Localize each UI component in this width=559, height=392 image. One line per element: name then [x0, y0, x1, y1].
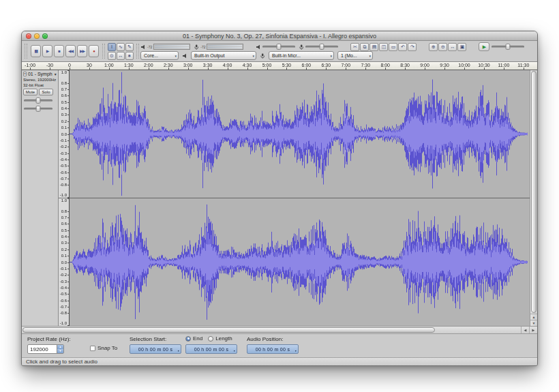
selection-start-label: Selection Start: — [130, 336, 166, 342]
zoom-button[interactable] — [42, 33, 48, 39]
radio-end-option[interactable]: End — [185, 335, 202, 342]
radio-end[interactable] — [185, 336, 191, 342]
scroll-right-button[interactable]: ▶ — [529, 327, 537, 333]
draw-tool-button[interactable]: ✎ — [125, 43, 134, 51]
input-volume-slider[interactable] — [299, 44, 338, 50]
audio-position-field[interactable]: 00 h 00 m 00 s ▾ — [247, 344, 299, 354]
project-rate-select[interactable]: 192000 ▲ ▼ — [27, 344, 64, 354]
output-device-select[interactable]: Built-in Output▾ — [191, 51, 256, 60]
amplitude-label: 0.0 — [61, 260, 67, 265]
envelope-tool-button[interactable]: ∿ — [117, 43, 125, 51]
track-menu-arrow-icon[interactable]: ▼ — [54, 72, 57, 76]
selection-tool-button[interactable]: I — [108, 43, 116, 51]
amplitude-label: -0.4 — [60, 157, 67, 162]
microphone-icon — [260, 53, 265, 59]
fit-project-button[interactable]: ▣ — [457, 43, 466, 51]
stop-button[interactable]: ■ — [54, 45, 64, 57]
track-name[interactable]: 01 - Symph — [28, 72, 52, 76]
amplitude-tick — [67, 211, 69, 212]
title-bar[interactable]: 01 - Symphony No. 3, Op. 27, Sinfonia Es… — [22, 31, 537, 41]
vertical-scrollbar[interactable]: ▲ ▼ — [530, 70, 537, 326]
fit-selection-button[interactable]: ↔ — [448, 43, 457, 51]
waveform-channel-right[interactable] — [70, 198, 530, 326]
track-area: × 01 - Symph ▼ Stereo, 192000Hz 32-bit F… — [22, 70, 537, 326]
scroll-left-button[interactable]: ◀ — [521, 327, 529, 333]
radio-length[interactable] — [208, 336, 213, 342]
recording-meter[interactable]: -72 — [194, 44, 243, 50]
toolbar-grip[interactable] — [102, 44, 105, 59]
playback-speed-slider[interactable] — [492, 44, 524, 50]
paste-button[interactable]: ▤ — [369, 43, 378, 51]
rate-stepper[interactable]: ▲ ▼ — [57, 345, 63, 353]
copy-button[interactable]: ⧉ — [360, 43, 369, 51]
play-at-speed-button[interactable]: ▶ — [479, 42, 489, 51]
toolbar-grip[interactable] — [25, 44, 27, 59]
microphone-icon — [299, 44, 304, 50]
scroll-down-button[interactable]: ▼ — [530, 320, 537, 326]
speaker-icon — [182, 53, 187, 59]
track-control-panel[interactable]: × 01 - Symph ▼ Stereo, 192000Hz 32-bit F… — [22, 70, 59, 326]
snap-to-checkbox[interactable] — [90, 346, 95, 351]
redo-button[interactable]: ↷ — [408, 43, 417, 51]
timeline-tick — [109, 67, 110, 70]
silence-audio-button[interactable]: ▭ — [389, 43, 397, 51]
input-device-select[interactable]: Built-in Micr...▾ — [269, 51, 334, 60]
gain-slider[interactable] — [23, 97, 53, 104]
skip-to-end-button[interactable]: ▶▶ — [77, 45, 87, 57]
amplitude-tick — [67, 160, 69, 160]
mute-button[interactable]: Mute — [23, 89, 37, 95]
vertical-scroll-thumb[interactable] — [531, 71, 537, 313]
slider-thumb[interactable] — [506, 44, 511, 50]
pause-button[interactable]: ▮▮ — [31, 45, 41, 57]
selection-start-field[interactable]: 00 h 00 m 00 s ▾ — [130, 344, 181, 354]
timeline-tick — [247, 67, 248, 70]
skip-to-start-button[interactable]: ◀◀ — [65, 45, 76, 57]
amplitude-label: -0.8 — [60, 183, 67, 187]
multi-tool-button[interactable]: ∗ — [125, 52, 134, 60]
cut-button[interactable]: ✂ — [350, 43, 359, 51]
zoom-out-button[interactable]: ⊖ — [438, 43, 447, 51]
scroll-up-button[interactable]: ▲ — [530, 314, 537, 320]
waveform-display[interactable] — [70, 70, 530, 326]
slider-thumb[interactable] — [36, 106, 41, 112]
output-volume-slider[interactable] — [256, 44, 295, 50]
snap-to-control[interactable]: Snap To — [90, 345, 117, 351]
play-button[interactable]: ▶ — [42, 45, 52, 57]
record-button[interactable]: ● — [89, 45, 99, 57]
timeline-tick — [346, 67, 346, 70]
amplitude-tick — [67, 262, 69, 263]
toolbar-row-top: -72 -72 — [140, 42, 536, 51]
minimize-button[interactable] — [34, 33, 40, 39]
close-button[interactable] — [26, 33, 31, 39]
slider-thumb[interactable] — [277, 44, 282, 50]
amplitude-label: 0.8 — [61, 209, 67, 213]
stepper-down-icon[interactable]: ▼ — [57, 349, 63, 353]
input-channels-select[interactable]: 1 (Mo...▾ — [337, 51, 373, 60]
audio-position-label: Audio Position: — [247, 336, 283, 342]
slider-thumb[interactable] — [36, 97, 41, 104]
tools-toolbar: I∿✎⊙↔∗ — [106, 42, 135, 61]
toolbar-grip[interactable] — [136, 44, 139, 59]
zoom-tool-button[interactable]: ⊙ — [108, 52, 116, 60]
horizontal-scrollbar[interactable]: ◀ ▶ — [22, 326, 537, 333]
playback-meter[interactable]: -72 — [140, 44, 190, 50]
track-close-button[interactable]: × — [23, 72, 27, 76]
pan-slider[interactable] — [23, 105, 53, 112]
amplitude-label: -0.3 — [60, 280, 67, 284]
audio-host-select[interactable]: Core...▾ — [140, 51, 179, 60]
waveform-channel-left[interactable] — [70, 70, 530, 198]
zoom-in-button[interactable]: ⊕ — [429, 43, 438, 51]
amplitude-tick — [67, 301, 69, 301]
amplitude-label: 0.7 — [61, 215, 67, 220]
solo-button[interactable]: Solo — [39, 89, 53, 95]
timeline-ruler[interactable]: -1:00-300301:001:302:002:303:003:304:004… — [22, 62, 537, 70]
selection-end-field[interactable]: 00 h 00 m 00 s ▾ — [185, 344, 237, 354]
trim-audio-button[interactable]: ◫ — [379, 43, 388, 51]
undo-button[interactable]: ↶ — [398, 43, 407, 51]
slider-thumb[interactable] — [320, 44, 324, 50]
time-shift-tool-button[interactable]: ↔ — [117, 52, 125, 60]
record-icon: ● — [93, 49, 95, 53]
amplitude-label: -0.1 — [60, 267, 67, 271]
horizontal-scroll-thumb[interactable] — [22, 327, 435, 333]
radio-length-option[interactable]: Length — [208, 335, 232, 342]
